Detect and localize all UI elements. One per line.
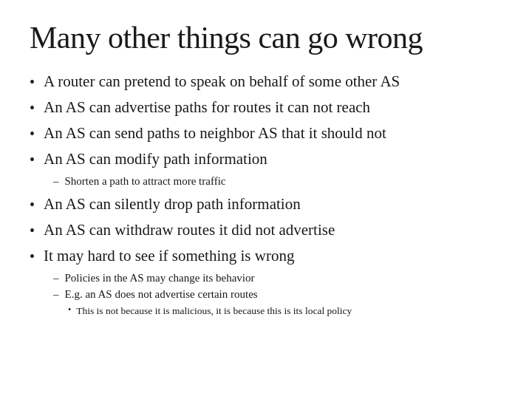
bullet-text: It may hard to see if something is wrong — [44, 245, 294, 266]
main-bullet-list: • A router can pretend to speak on behal… — [30, 71, 502, 170]
list-item: • A router can pretend to speak on behal… — [30, 71, 502, 92]
slide: Many other things can go wrong • A route… — [0, 0, 532, 399]
sub-indent-2: – Policies in the AS may change its beha… — [53, 271, 502, 302]
bullet-text: An AS can advertise paths for routes it … — [44, 97, 370, 117]
bullet-small-icon: • — [68, 304, 71, 316]
list-item: • It may hard to see if something is wro… — [30, 245, 502, 267]
list-item: • An AS can withdraw routes it did not a… — [30, 219, 502, 241]
sub-indent-1: – Shorten a path to attract more traffic — [53, 174, 502, 189]
bullet-icon: • — [30, 247, 35, 267]
sub-sub-text: This is not because it is malicious, it … — [76, 304, 352, 318]
bullet-icon: • — [30, 72, 35, 92]
bullet-icon: • — [30, 124, 35, 144]
list-item: • An AS can silently drop path informati… — [30, 194, 502, 215]
sub-dash-item: – Shorten a path to attract more traffic — [53, 174, 502, 189]
slide-title: Many other things can go wrong — [30, 21, 502, 55]
list-item: • An AS can modify path information — [30, 149, 502, 170]
sub-dash-item-2: – Policies in the AS may change its beha… — [53, 271, 502, 286]
list-item: • An AS can send paths to neighbor AS th… — [30, 123, 502, 144]
bullet-icon: • — [30, 150, 35, 170]
secondary-bullet-list: • An AS can silently drop path informati… — [30, 194, 502, 267]
sub-dash-text: Shorten a path to attract more traffic — [65, 174, 226, 189]
bullet-icon: • — [30, 98, 35, 118]
sub-dash-text-3: E.g. an AS does not advertise certain ro… — [65, 287, 258, 302]
sub-dash-text-2: Policies in the AS may change its behavi… — [65, 271, 255, 286]
dash-icon: – — [53, 287, 59, 302]
bullet-text: An AS can withdraw routes it did not adv… — [44, 219, 335, 240]
list-item: • An AS can advertise paths for routes i… — [30, 97, 502, 118]
sub-sub-item: • This is not because it is malicious, i… — [68, 304, 502, 318]
bullet-text: An AS can silently drop path information — [44, 194, 301, 214]
bullet-text: An AS can modify path information — [44, 149, 267, 169]
bullet-icon: • — [30, 195, 35, 215]
sub-dash-item-3: – E.g. an AS does not advertise certain … — [53, 287, 502, 302]
sub-sub-indent: • This is not because it is malicious, i… — [68, 304, 502, 318]
dash-icon: – — [53, 174, 59, 189]
bullet-text: An AS can send paths to neighbor AS that… — [44, 123, 386, 143]
dash-icon: – — [53, 271, 59, 286]
bullet-icon: • — [30, 221, 35, 241]
bullet-text: A router can pretend to speak on behalf … — [44, 71, 400, 92]
